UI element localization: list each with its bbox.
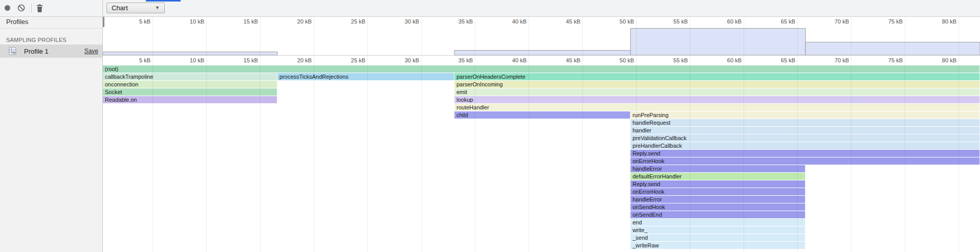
svg-text:%: % — [12, 51, 15, 55]
flame-bar[interactable]: write_ — [630, 226, 805, 234]
flame-bar[interactable]: runPreParsing — [630, 111, 980, 119]
ruler-tick-label: 5 kB — [139, 57, 150, 63]
flame-bar[interactable]: processTicksAndRejections — [277, 73, 454, 80]
ruler-tick-label: 60 kB — [727, 18, 742, 25]
ruler-tick-label: 65 kB — [781, 57, 795, 63]
flame-bar[interactable]: _writeRaw — [630, 242, 805, 249]
profiles-sidebar: Profiles SAMPLING PROFILES % Profile 1 S… — [0, 17, 102, 252]
profiler-toolbar: Chart ▼ — [0, 0, 980, 17]
ruler-tick-label: 50 kB — [620, 57, 634, 63]
delete-profile-icon[interactable] — [36, 4, 43, 12]
flame-chart[interactable]: (root)callbackTrampolineprocessTicksAndR… — [103, 65, 980, 252]
ruler-tick-label: 65 kB — [781, 18, 795, 25]
ruler-tick-label: 75 kB — [888, 57, 903, 63]
ruler-tick-label: 80 kB — [942, 18, 956, 25]
ruler-tick-label: 70 kB — [835, 57, 849, 63]
profiles-header: Profiles — [0, 17, 102, 29]
flame-bar[interactable]: onErrorHook — [630, 188, 805, 195]
ruler-tick-label: 20 kB — [297, 18, 312, 25]
flame-bar[interactable]: emit — [454, 88, 980, 96]
flame-bar[interactable]: onSendHook — [630, 203, 805, 211]
ruler-tick-label: 30 kB — [405, 57, 419, 63]
flame-bar[interactable]: handleError — [630, 165, 805, 172]
ruler-tick-label: 25 kB — [351, 18, 365, 25]
devtools-memory-panel: Chart ▼ Profiles SAMPLING PROFILES % Pro… — [0, 0, 980, 252]
selected-tab-indicator — [146, 0, 181, 2]
ruler-tick-label: 30 kB — [405, 18, 419, 25]
ruler-tick-label: 40 kB — [512, 18, 527, 25]
flame-bar[interactable]: defaultErrorHandler — [630, 173, 805, 180]
allocation-overview-pane[interactable]: 5 kB10 kB15 kB20 kB25 kB30 kB35 kB40 kB4… — [103, 17, 980, 55]
flame-bar[interactable]: onconnection — [103, 81, 277, 88]
record-button[interactable] — [5, 5, 10, 11]
ruler-tick-label: 10 kB — [190, 57, 204, 63]
ruler-tick-label: 45 kB — [566, 57, 580, 63]
ruler-tick-label: 5 kB — [139, 18, 150, 25]
flame-bar[interactable]: Reply.send — [630, 180, 805, 188]
profile-list-item[interactable]: % Profile 1 Save — [0, 44, 102, 58]
ruler-tick-label: 55 kB — [673, 57, 688, 63]
flame-bar[interactable]: child — [454, 111, 630, 119]
flame-bar[interactable]: lookup — [454, 96, 980, 103]
flame-bar[interactable]: preValidationCallback — [630, 134, 980, 142]
ruler-tick-label: 35 kB — [459, 18, 473, 25]
ruler-tick-label: 10 kB — [190, 18, 204, 25]
profile-name: Profile 1 — [24, 48, 84, 55]
ruler-tick-label: 35 kB — [459, 57, 473, 63]
chart-view-select-value: Chart — [112, 4, 128, 12]
flame-bar[interactable]: Socket — [103, 88, 277, 96]
flame-bar[interactable]: handleRequest — [630, 119, 980, 126]
overview-range-handle[interactable] — [103, 17, 104, 27]
ruler-tick-label: 70 kB — [835, 18, 849, 25]
ruler-tick-label: 40 kB — [512, 57, 527, 63]
flame-bar[interactable]: Reply.send — [630, 150, 980, 157]
overview-area-segment — [454, 51, 630, 56]
flame-bar[interactable]: parserOnIncoming — [454, 81, 980, 88]
toolbar-separator — [31, 4, 32, 13]
overview-area-segment — [630, 29, 805, 56]
ruler-tick-label: 15 kB — [244, 57, 258, 63]
save-profile-link[interactable]: Save — [84, 48, 98, 55]
chevron-down-icon: ▼ — [155, 3, 160, 13]
sampling-profiles-section-label: SAMPLING PROFILES — [0, 37, 102, 43]
flame-bar[interactable]: end — [630, 219, 805, 226]
clear-all-icon[interactable] — [17, 4, 25, 12]
flame-bar[interactable]: (root) — [103, 65, 980, 73]
flame-bar[interactable]: parserOnHeadersComplete — [454, 73, 980, 80]
ruler-tick-label: 55 kB — [673, 18, 688, 25]
ruler-tick-label: 20 kB — [297, 57, 312, 63]
ruler-tick-label: 45 kB — [566, 18, 580, 25]
ruler-tick-label: 15 kB — [244, 18, 258, 25]
size-ruler-flame: 5 kB10 kB15 kB20 kB25 kB30 kB35 kB40 kB4… — [103, 55, 980, 65]
ruler-tick-label: 25 kB — [351, 57, 365, 63]
ruler-tick-label: 80 kB — [942, 57, 956, 63]
chart-view-select[interactable]: Chart ▼ — [106, 3, 165, 13]
flame-bar[interactable]: handleError — [630, 196, 805, 203]
flame-bar[interactable]: handler — [630, 127, 980, 134]
ruler-tick-label: 75 kB — [888, 18, 903, 25]
flame-bar[interactable]: Readable.on — [103, 96, 277, 103]
flame-bar[interactable]: onErrorHook — [630, 157, 980, 165]
flame-bar[interactable]: routeHandler — [454, 104, 980, 111]
flame-bar[interactable]: callbackTrampoline — [103, 73, 277, 80]
ruler-tick-label: 60 kB — [727, 57, 742, 63]
flame-bar[interactable]: preHandlerCallback — [630, 142, 980, 149]
overview-area-segment — [805, 42, 980, 56]
heap-profile-icon: % — [9, 47, 17, 55]
flame-bar[interactable]: onSendEnd — [630, 211, 805, 218]
flame-bar[interactable]: _send — [630, 234, 805, 241]
ruler-tick-label: 50 kB — [620, 18, 634, 25]
